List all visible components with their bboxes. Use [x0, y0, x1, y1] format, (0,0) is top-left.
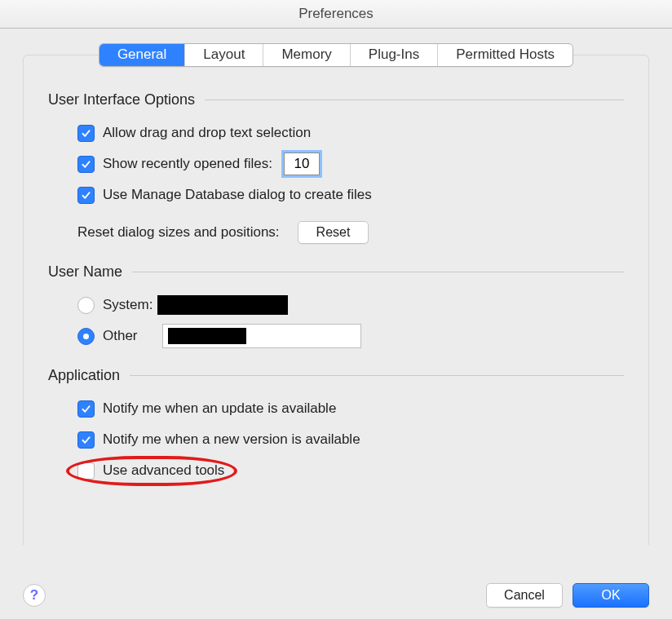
checkmark-icon	[81, 128, 91, 139]
label-notify-update: Notify me when an update is available	[103, 400, 336, 417]
checkmark-icon	[81, 159, 91, 170]
window-titlebar: Preferences	[0, 0, 672, 29]
section-ui-options: User Interface Options Allow drag and dr…	[48, 91, 624, 245]
row-manage-db: Use Manage Database dialog to create fil…	[77, 182, 624, 208]
label-allow-drag: Allow drag and drop text selection	[103, 125, 311, 141]
row-system: System:	[77, 292, 624, 318]
row-use-advanced: Use advanced tools	[77, 458, 624, 484]
row-notify-update: Notify me when an update is available	[77, 396, 624, 422]
input-recent-count[interactable]	[284, 153, 320, 175]
preferences-panel: User Interface Options Allow drag and dr…	[23, 55, 649, 545]
tab-general[interactable]: General	[99, 44, 185, 66]
ok-button[interactable]: OK	[573, 583, 649, 608]
section-divider	[132, 272, 624, 272]
cancel-button[interactable]: Cancel	[486, 583, 563, 608]
row-allow-drag: Allow drag and drop text selection	[77, 120, 624, 146]
radio-dot-icon	[83, 334, 89, 339]
footer: ? Cancel OK	[0, 583, 672, 608]
radio-other[interactable]	[77, 328, 95, 345]
section-header: User Name	[48, 263, 624, 281]
section-divider	[130, 375, 624, 376]
tab-bar: General Layout Memory Plug-Ins Permitted…	[0, 43, 672, 67]
checkbox-notify-update[interactable]	[77, 400, 95, 418]
tab-plugins[interactable]: Plug-Ins	[351, 44, 438, 66]
reset-button[interactable]: Reset	[298, 221, 369, 244]
section-header: User Interface Options	[48, 91, 624, 108]
help-button[interactable]: ?	[23, 584, 46, 607]
row-other: Other	[77, 323, 624, 349]
row-reset: Reset dialog sizes and positions: Reset	[77, 219, 624, 245]
section-application: Application Notify me when an update is …	[48, 367, 624, 484]
label-reset: Reset dialog sizes and positions:	[77, 224, 280, 241]
label-use-advanced: Use advanced tools	[103, 462, 224, 479]
section-divider	[205, 99, 624, 100]
checkmark-icon	[81, 404, 91, 414]
radio-system[interactable]	[77, 297, 95, 314]
label-other: Other	[103, 328, 138, 344]
highlight-use-advanced: Use advanced tools	[77, 462, 224, 480]
label-manage-db: Use Manage Database dialog to create fil…	[103, 187, 372, 203]
tab-memory[interactable]: Memory	[263, 44, 350, 66]
label-show-recent: Show recently opened files:	[103, 156, 272, 172]
tabs-group: General Layout Memory Plug-Ins Permitted…	[99, 43, 573, 67]
row-notify-version: Notify me when a new version is availabl…	[77, 427, 624, 453]
section-user-name: User Name System: Other	[48, 263, 624, 349]
tab-permitted-hosts[interactable]: Permitted Hosts	[438, 44, 573, 66]
other-name-redacted	[168, 328, 246, 344]
section-title-username: User Name	[48, 263, 129, 281]
checkbox-use-advanced[interactable]	[77, 462, 95, 480]
row-show-recent: Show recently opened files:	[77, 151, 624, 177]
section-title-application: Application	[48, 367, 126, 384]
window-title: Preferences	[298, 6, 374, 21]
checkbox-manage-db[interactable]	[77, 187, 95, 204]
checkbox-show-recent[interactable]	[77, 156, 95, 173]
label-notify-version: Notify me when a new version is availabl…	[103, 431, 360, 448]
checkmark-icon	[81, 190, 91, 201]
checkbox-notify-version[interactable]	[77, 431, 95, 449]
system-name-redacted	[157, 295, 288, 315]
tab-layout[interactable]: Layout	[185, 44, 263, 66]
section-header: Application	[48, 367, 624, 384]
label-system: System:	[103, 297, 153, 313]
checkmark-icon	[81, 435, 91, 445]
input-other-name[interactable]	[162, 324, 361, 348]
section-title-ui: User Interface Options	[48, 91, 201, 108]
checkbox-allow-drag[interactable]	[77, 125, 95, 142]
